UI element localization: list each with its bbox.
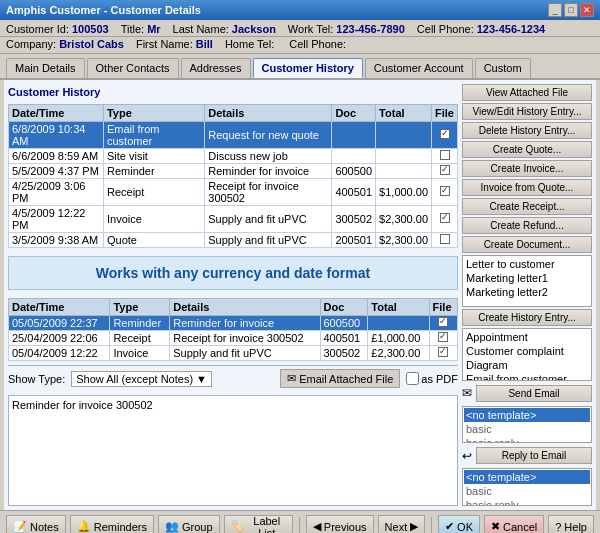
previous-icon: ◀ <box>313 520 321 533</box>
help-label: Help <box>564 521 587 533</box>
reply-email-button[interactable]: Reply to Email <box>476 447 592 464</box>
col2-doc: Doc <box>320 299 368 316</box>
cell2-type: Invoice <box>110 346 170 361</box>
cell-file <box>432 164 458 179</box>
create-refund-button[interactable]: Create Refund... <box>462 217 592 234</box>
table-row[interactable]: 05/04/2009 12:22 Invoice Supply and fit … <box>9 346 458 361</box>
cell-type: Quote <box>103 233 204 248</box>
view-attached-file-button[interactable]: View Attached File <box>462 84 592 101</box>
col-type: Type <box>103 105 204 122</box>
notes-button[interactable]: 📝 Notes <box>6 515 66 534</box>
title-field: Title: Mr <box>121 23 161 35</box>
list-item-letter[interactable]: Letter to customer <box>464 257 590 271</box>
reply-template-basic-reply[interactable]: basic reply <box>464 498 590 506</box>
cell2-datetime: 05/04/2009 12:22 <box>9 346 110 361</box>
send-template-box[interactable]: <no template> basic basic reply prices e… <box>462 406 592 444</box>
cell-doc <box>332 122 376 149</box>
maximize-button[interactable]: □ <box>564 3 578 17</box>
create-invoice-button[interactable]: Create Invoice... <box>462 160 592 177</box>
tab-customer-history[interactable]: Customer History <box>253 58 363 78</box>
send-email-button[interactable]: Send Email <box>476 385 592 402</box>
list-item-email-from[interactable]: Email from customer <box>464 372 590 380</box>
table-row[interactable]: 05/05/2009 22:37 Reminder Reminder for i… <box>9 316 458 331</box>
previous-button[interactable]: ◀ Previous <box>306 515 374 534</box>
tab-main-details[interactable]: Main Details <box>6 58 85 78</box>
cell-total: $2,300.00 <box>376 206 432 233</box>
cell-phone2-field: Cell Phone: <box>289 38 349 50</box>
appointment-list-box[interactable]: Appointment Customer complaint Diagram E… <box>462 328 592 380</box>
table-row[interactable]: 6/6/2009 8:59 AM Site visit Discuss new … <box>9 149 458 164</box>
template-item-basic-reply[interactable]: basic reply <box>464 436 590 444</box>
cell-datetime: 6/8/2009 10:34 AM <box>9 122 104 149</box>
group-button[interactable]: 👥 Group <box>158 515 220 534</box>
cell-details: Supply and fit uPVC <box>205 233 332 248</box>
reminders-button[interactable]: 🔔 Reminders <box>70 515 154 534</box>
tab-custom[interactable]: Custom <box>475 58 531 78</box>
type-list-box[interactable]: Letter to customer Marketing letter1 Mar… <box>462 255 592 307</box>
list-item-diagram[interactable]: Diagram <box>464 358 590 372</box>
cell2-doc: 400501 <box>320 331 368 346</box>
next-button[interactable]: Next ▶ <box>378 515 426 534</box>
cell2-doc: 600500 <box>320 316 368 331</box>
send-email-icon: ✉ <box>462 386 472 400</box>
tab-addresses[interactable]: Addresses <box>181 58 251 78</box>
create-receipt-button[interactable]: Create Receipt... <box>462 198 592 215</box>
tab-customer-account[interactable]: Customer Account <box>365 58 473 78</box>
list-item-appointment[interactable]: Appointment <box>464 330 590 344</box>
ok-button[interactable]: ✔ OK <box>438 515 480 534</box>
table-row[interactable]: 4/5/2009 12:22 PM Invoice Supply and fit… <box>9 206 458 233</box>
create-history-entry-button[interactable]: Create History Entry... <box>462 309 592 326</box>
pdf-label: as PDF <box>421 373 458 385</box>
tab-other-contacts[interactable]: Other Contacts <box>87 58 179 78</box>
cell2-total <box>368 316 429 331</box>
reply-template-none[interactable]: <no template> <box>464 470 590 484</box>
company-label: Company: <box>6 38 56 50</box>
table-row[interactable]: 3/5/2009 9:38 AM Quote Supply and fit uP… <box>9 233 458 248</box>
customer-id-value: 100503 <box>72 23 109 35</box>
table-row[interactable]: 4/25/2009 3:06 PM Receipt Receipt for in… <box>9 179 458 206</box>
email-attached-button[interactable]: ✉ Email Attached File <box>280 369 400 388</box>
cell-type: Receipt <box>103 179 204 206</box>
col-doc: Doc <box>332 105 376 122</box>
ok-label: OK <box>457 521 473 533</box>
list-item-complaint[interactable]: Customer complaint <box>464 344 590 358</box>
table-row[interactable]: 6/8/2009 10:34 AM Email from customer Re… <box>9 122 458 149</box>
cell-type: Email from customer <box>103 122 204 149</box>
close-button[interactable]: ✕ <box>580 3 594 17</box>
create-document-button[interactable]: Create Document... <box>462 236 592 253</box>
home-tel-label: Home Tel: <box>225 38 274 50</box>
col-datetime: Date/Time <box>9 105 104 122</box>
table-row[interactable]: 25/04/2009 22:06 Receipt Receipt for inv… <box>9 331 458 346</box>
cell2-datetime: 25/04/2009 22:06 <box>9 331 110 346</box>
cell2-total: £1,000.00 <box>368 331 429 346</box>
pdf-check[interactable]: as PDF <box>406 372 458 385</box>
delete-history-button[interactable]: Delete History Entry... <box>462 122 592 139</box>
template-item-basic[interactable]: basic <box>464 422 590 436</box>
minimize-button[interactable]: _ <box>548 3 562 17</box>
pdf-checkbox[interactable] <box>406 372 419 385</box>
reply-template-basic[interactable]: basic <box>464 484 590 498</box>
cell-doc: 300502 <box>332 206 376 233</box>
showtype-dropdown[interactable]: Show All (except Notes) ▼ <box>71 371 212 387</box>
reply-template-box[interactable]: <no template> basic basic reply prices e… <box>462 468 592 506</box>
divider1 <box>299 517 300 534</box>
cell2-file <box>429 316 457 331</box>
cell2-details: Supply and fit uPVC <box>170 346 320 361</box>
notes-area[interactable]: Reminder for invoice 300502 <box>8 395 458 506</box>
template-item-none[interactable]: <no template> <box>464 408 590 422</box>
create-quote-button[interactable]: Create Quote... <box>462 141 592 158</box>
list-item-marketing2[interactable]: Marketing letter2 <box>464 285 590 299</box>
title-value: Mr <box>147 23 160 35</box>
right-panel: View Attached File View/Edit History Ent… <box>462 84 592 506</box>
invoice-from-quote-button[interactable]: Invoice from Quote... <box>462 179 592 196</box>
view-edit-history-button[interactable]: View/Edit History Entry... <box>462 103 592 120</box>
table-row[interactable]: 5/5/2009 4:37 PM Reminder Reminder for i… <box>9 164 458 179</box>
works-with-title: Works with any currency and date format <box>17 265 449 281</box>
chevron-down-icon: ▼ <box>196 373 207 385</box>
cancel-button[interactable]: ✖ Cancel <box>484 515 544 534</box>
help-button[interactable]: ? Help <box>548 515 594 534</box>
label-list-button[interactable]: 🏷️ Label List <box>224 515 293 534</box>
cell-datetime: 3/5/2009 9:38 AM <box>9 233 104 248</box>
list-item-marketing1[interactable]: Marketing letter1 <box>464 271 590 285</box>
next-label: Next <box>385 521 408 533</box>
